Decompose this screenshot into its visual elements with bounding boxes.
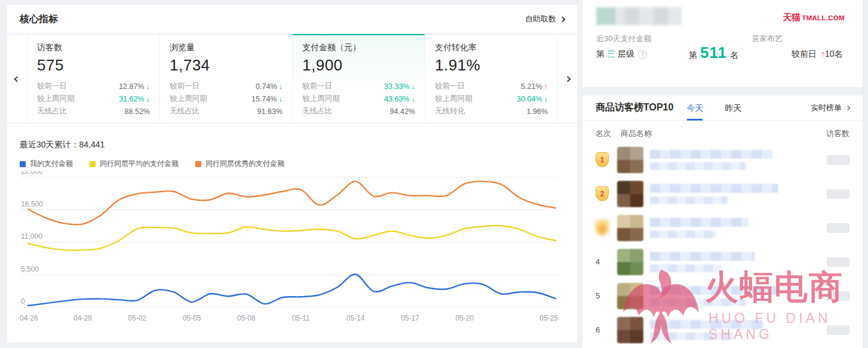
ranking-row[interactable]: 3 bbox=[582, 211, 863, 245]
blurred-product-name bbox=[650, 184, 818, 204]
rank-value: 511 bbox=[700, 44, 727, 62]
metric-row-label: 较上周同期 bbox=[435, 94, 473, 104]
metric-row: 较上周同期 30.04% ↓ bbox=[435, 93, 548, 105]
svg-text:16,500: 16,500 bbox=[21, 200, 43, 208]
metric-row: 无线转化 1.96% bbox=[435, 105, 548, 118]
legend-label: 同行同层平均的支付金额 bbox=[100, 159, 179, 169]
blurred-product-name bbox=[650, 150, 818, 170]
tmall-logo: 天猫 TMALL.COM bbox=[783, 12, 845, 23]
payment-trend-chart[interactable]: 05,50011,00016,50022,00004-2604-2905-020… bbox=[20, 171, 563, 323]
blurred-shop-avatar bbox=[596, 7, 615, 25]
blurred-product-thumbnail bbox=[617, 215, 643, 241]
level-value: 三 bbox=[607, 49, 615, 60]
metric-value: 1,900 bbox=[302, 56, 415, 75]
svg-text:04-29: 04-29 bbox=[73, 314, 92, 322]
metric-row: 无线占比 91.63% bbox=[170, 105, 283, 118]
legend-label: 同行同层优秀的支付金额 bbox=[206, 159, 284, 169]
svg-text:22,000: 22,000 bbox=[21, 171, 43, 175]
self-service-data-label: 自助取数 bbox=[525, 14, 556, 24]
metric-row: 较上周同期 15.74% ↓ bbox=[170, 93, 283, 105]
core-metrics-panel: 核心指标 自助取数 访客数 575 较前一日 12.87% ↓ 较上周同期 31… bbox=[7, 5, 577, 342]
svg-text:5,500: 5,500 bbox=[21, 265, 39, 273]
ranking-row[interactable]: 4 bbox=[582, 245, 863, 279]
metric-row-value: 31.62% bbox=[119, 95, 144, 103]
chart-legend: 我的支付金额 同行同层平均的支付金额 同行同层优秀的支付金额 bbox=[20, 159, 577, 169]
page-title: 核心指标 bbox=[20, 13, 58, 26]
ranking-column-headers: 名次 商品名称 访客数 bbox=[582, 121, 863, 143]
metric-card-visitors[interactable]: 访客数 575 较前一日 12.87% ↓ 较上周同期 31.62% ↓ 无线占… bbox=[27, 34, 160, 123]
ranking-header: 商品访客榜TOP10 今天 昨天 实时榜单 bbox=[582, 96, 863, 121]
legend-item-my-payment[interactable]: 我的支付金额 bbox=[20, 159, 73, 169]
column-rank: 名次 bbox=[596, 128, 611, 139]
down-arrow-icon: ↓ bbox=[279, 82, 283, 91]
carousel-prev-button[interactable] bbox=[7, 34, 27, 123]
rank-number: 6 bbox=[596, 325, 617, 334]
level-suffix: 层级 bbox=[618, 49, 634, 60]
metric-card-pageviews[interactable]: 浏览量 1,734 较前一日 0.74% ↓ 较上周同期 15.74% ↓ 无线… bbox=[160, 34, 292, 123]
down-arrow-icon: ↓ bbox=[146, 94, 151, 103]
legend-item-peer-average[interactable]: 同行同层平均的支付金额 bbox=[90, 159, 179, 169]
legend-item-peer-excellent[interactable]: 同行同层优秀的支付金额 bbox=[195, 159, 284, 169]
ranking-row[interactable]: 6 bbox=[582, 313, 863, 347]
level-prefix: 第 bbox=[596, 49, 605, 60]
delta-label: 较前日 bbox=[792, 49, 817, 58]
rank-number: 5 bbox=[596, 291, 617, 300]
realtime-ranking-link[interactable]: 实时榜单 bbox=[811, 103, 849, 113]
metric-row-label: 较上周同期 bbox=[170, 94, 207, 104]
rank-number: 4 bbox=[596, 257, 617, 266]
ranking-row[interactable]: 5 bbox=[582, 279, 863, 313]
metric-row-value: 43.63% bbox=[384, 95, 409, 103]
scrollbar[interactable] bbox=[863, 0, 868, 348]
shop-level: 第 三 层级 ? bbox=[596, 49, 647, 60]
metric-row: 较上周同期 43.63% ↓ bbox=[302, 93, 415, 105]
ranking-title: 商品访客榜TOP10 bbox=[596, 101, 673, 114]
blurred-product-name bbox=[650, 218, 818, 238]
realtime-ranking-label: 实时榜单 bbox=[811, 103, 842, 113]
legend-swatch-orange bbox=[195, 161, 201, 167]
metric-row-value: 0.74% bbox=[256, 82, 277, 91]
ranking-row[interactable]: 1 bbox=[582, 143, 863, 177]
metric-row-value: 33.33% bbox=[384, 82, 409, 91]
metric-value: 1.91% bbox=[435, 56, 548, 75]
metric-row-value: 1.96% bbox=[527, 107, 548, 116]
metric-row: 较前一日 0.74% ↓ bbox=[170, 80, 283, 93]
help-icon[interactable]: ? bbox=[638, 50, 647, 59]
carousel-next-button[interactable] bbox=[557, 34, 577, 123]
down-arrow-icon: ↓ bbox=[279, 94, 283, 103]
blurred-product-thumbnail bbox=[617, 249, 643, 275]
blurred-visitor-count bbox=[827, 223, 849, 233]
blurred-visitor-count bbox=[827, 155, 849, 165]
shop-metric-label: 近30天支付金额 bbox=[596, 33, 651, 44]
metric-row-label: 较前一日 bbox=[435, 81, 465, 91]
metric-row-value: 5.21% bbox=[521, 82, 542, 91]
metric-row-value: 15.74% bbox=[251, 95, 277, 103]
legend-swatch-blue bbox=[20, 161, 26, 167]
svg-text:11,000: 11,000 bbox=[21, 232, 42, 241]
metric-card-conversion-rate[interactable]: 支付转化率 1.91% 较前一日 5.21% ↑ 较上周同期 30.04% ↓ … bbox=[425, 34, 557, 123]
delta-value: 10名 bbox=[825, 49, 843, 58]
svg-text:05-25: 05-25 bbox=[539, 314, 558, 322]
ranking-row[interactable]: 2 bbox=[582, 177, 863, 211]
blurred-product-name bbox=[650, 286, 818, 306]
metric-row-label: 较上周同期 bbox=[302, 94, 340, 104]
metric-row: 较上周同期 31.62% ↓ bbox=[37, 93, 150, 105]
tab-yesterday[interactable]: 昨天 bbox=[725, 96, 741, 121]
trend-30day-total: 最近30天累计：84,441 bbox=[20, 140, 577, 150]
blurred-product-name bbox=[650, 252, 818, 272]
down-arrow-icon: ↓ bbox=[412, 94, 416, 103]
metric-cards-strip: 访客数 575 较前一日 12.87% ↓ 较上周同期 31.62% ↓ 无线占… bbox=[7, 34, 577, 124]
blurred-visitor-count bbox=[827, 189, 849, 199]
metric-title: 访客数 bbox=[37, 42, 150, 53]
tab-today[interactable]: 今天 bbox=[686, 96, 703, 121]
rank-prefix: 第 bbox=[689, 50, 697, 61]
self-service-data-link[interactable]: 自助取数 bbox=[525, 14, 565, 24]
down-arrow-icon: ↓ bbox=[412, 82, 416, 91]
metric-card-payment-amount[interactable]: 支付金额（元） 1,900 较前一日 33.33% ↓ 较上周同期 43.63%… bbox=[292, 34, 425, 123]
metric-row: 无线占比 94.42% bbox=[302, 105, 415, 118]
metric-title: 支付金额（元） bbox=[302, 42, 415, 53]
chevron-right-icon bbox=[560, 16, 566, 22]
svg-text:05-02: 05-02 bbox=[128, 314, 146, 322]
column-product-name: 商品名称 bbox=[621, 128, 652, 139]
blurred-product-thumbnail bbox=[617, 147, 643, 173]
metric-row-value: 30.04% bbox=[517, 95, 542, 103]
